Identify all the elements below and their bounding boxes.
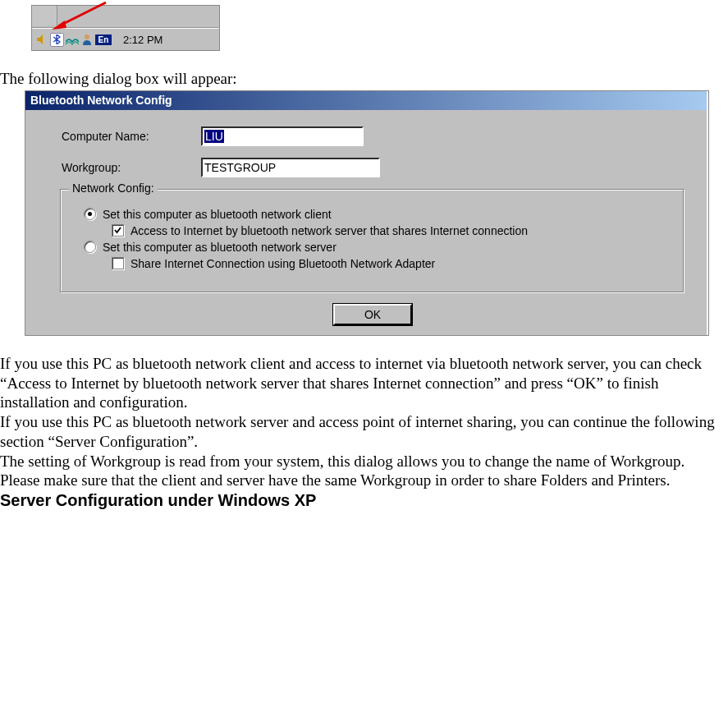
network-icon[interactable] — [66, 33, 79, 46]
radio-client[interactable]: Set this computer as bluetooth network c… — [84, 208, 675, 221]
radio-server[interactable]: Set this computer as bluetooth network s… — [84, 241, 675, 254]
speaker-icon[interactable] — [35, 33, 48, 46]
dialog-titlebar[interactable]: Bluetooth Network Config — [25, 91, 707, 110]
checkbox-share-connection[interactable]: Share Internet Connection using Bluetoot… — [112, 257, 675, 270]
checkbox-access-label: Access to Internet by bluetooth network … — [130, 224, 528, 237]
paragraph-1: If you use this PC as bluetooth network … — [0, 354, 721, 412]
svg-line-0 — [60, 2, 106, 25]
radio-client-label: Set this computer as bluetooth network c… — [103, 208, 332, 221]
ok-button[interactable]: OK — [333, 304, 412, 325]
checkbox-icon — [112, 257, 124, 269]
workgroup-input[interactable]: TESTGROUP — [201, 158, 380, 177]
language-indicator[interactable]: En — [95, 34, 112, 45]
tray-top-bar — [32, 6, 219, 28]
network-config-group: Network Config: Set this computer as blu… — [60, 189, 684, 292]
workgroup-value: TESTGROUP — [204, 161, 276, 174]
tray-clock: 2:12 PM — [123, 34, 163, 46]
dialog-title: Bluetooth Network Config — [30, 94, 172, 107]
intro-text: The following dialog box will appear: — [0, 69, 721, 89]
svg-point-3 — [85, 34, 89, 39]
checkbox-share-label: Share Internet Connection using Bluetoot… — [130, 257, 435, 270]
paragraph-2: If you use this PC as bluetooth network … — [0, 412, 721, 452]
radio-icon — [84, 241, 96, 253]
radio-server-label: Set this computer as bluetooth network s… — [103, 241, 337, 254]
section-heading: Server Configuration under Windows XP — [0, 490, 721, 511]
system-tray-snippet: En 2:12 PM — [31, 5, 220, 51]
checkbox-access-internet[interactable]: Access to Internet by bluetooth network … — [112, 224, 675, 237]
computer-name-value: LIU — [204, 130, 224, 143]
svg-marker-2 — [37, 34, 43, 44]
paragraph-3: The setting of Workgroup is read from yo… — [0, 452, 721, 491]
red-arrow-annotation — [48, 1, 110, 32]
workgroup-label: Workgroup: — [62, 161, 201, 174]
computer-name-input[interactable]: LIU — [201, 126, 364, 146]
bluetooth-config-dialog: Bluetooth Network Config Computer Name: … — [25, 91, 707, 335]
bluetooth-icon[interactable] — [50, 33, 64, 47]
group-legend: Network Config: — [69, 181, 158, 195]
svg-marker-1 — [52, 21, 66, 30]
radio-icon — [84, 208, 96, 220]
user-icon[interactable] — [80, 33, 94, 46]
checkbox-icon — [112, 224, 124, 237]
computer-name-label: Computer Name: — [62, 130, 201, 143]
